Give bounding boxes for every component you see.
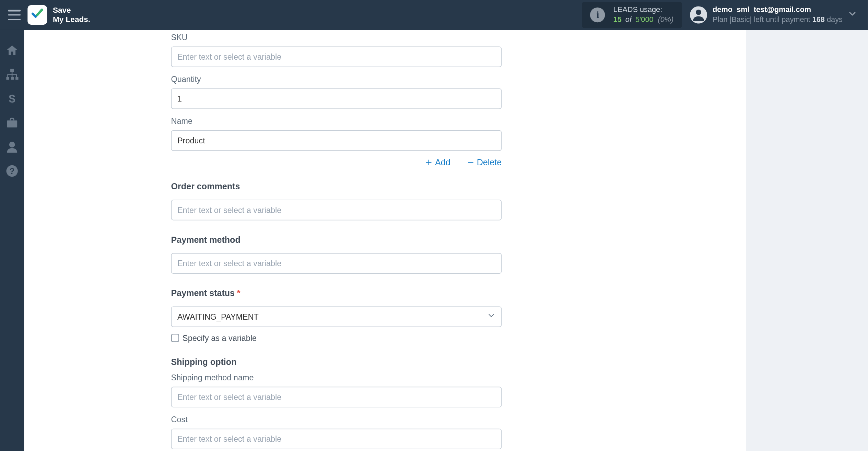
svg-rect-3: [11, 77, 14, 80]
checkbox-icon[interactable]: [171, 334, 179, 342]
payment-status-label: Payment status*: [171, 288, 502, 298]
specify-as-variable-label: Specify as a variable: [183, 333, 257, 343]
svg-rect-2: [6, 77, 9, 80]
name-label: Name: [171, 117, 502, 126]
shipping-method-name-input[interactable]: [171, 387, 502, 407]
user-icon[interactable]: [5, 140, 19, 154]
quantity-label: Quantity: [171, 74, 502, 84]
brand-name: Save My Leads.: [53, 5, 90, 24]
leads-usage-box[interactable]: i LEADS usage: 15 of 5'000 (0%): [582, 2, 682, 28]
payment-method-label: Payment method: [171, 235, 502, 244]
svg-text:$: $: [9, 92, 15, 105]
svg-rect-4: [15, 77, 18, 80]
briefcase-icon[interactable]: [5, 116, 19, 130]
dollar-icon[interactable]: $: [5, 92, 19, 106]
brand-logo[interactable]: [27, 5, 47, 25]
sku-input[interactable]: [171, 47, 502, 67]
sitemap-icon[interactable]: [5, 68, 19, 81]
home-icon[interactable]: [5, 44, 19, 57]
cost-label: Cost: [171, 415, 502, 424]
menu-icon[interactable]: [8, 10, 21, 20]
shipping-option-label: Shipping option: [171, 357, 502, 367]
leads-usage-label: LEADS usage:: [613, 5, 674, 15]
form-panel: SKU Quantity Name Add Delete Orde: [24, 30, 746, 451]
svg-rect-6: [7, 120, 17, 127]
avatar: [690, 6, 707, 23]
checkmark-icon: [31, 7, 44, 23]
sidebar: $ ?: [0, 30, 24, 451]
svg-text:?: ?: [10, 167, 14, 176]
order-comments-label: Order comments: [171, 181, 502, 191]
cost-input[interactable]: [171, 429, 502, 449]
user-menu[interactable]: demo_sml_test@gmail.com Plan |Basic| lef…: [690, 5, 843, 25]
sku-label: SKU: [171, 33, 502, 42]
specify-as-variable-row[interactable]: Specify as a variable: [171, 333, 502, 343]
payment-method-input[interactable]: [171, 253, 502, 274]
order-comments-input[interactable]: [171, 200, 502, 220]
shipping-method-name-label: Shipping method name: [171, 373, 502, 382]
chevron-down-icon[interactable]: [843, 9, 862, 21]
svg-rect-1: [10, 69, 14, 72]
info-icon: i: [590, 8, 605, 22]
name-input[interactable]: [171, 130, 502, 151]
quantity-input[interactable]: [171, 88, 502, 109]
svg-point-0: [695, 10, 701, 15]
add-button[interactable]: Add: [425, 157, 450, 167]
svg-point-7: [9, 142, 15, 147]
delete-button[interactable]: Delete: [467, 157, 502, 167]
user-plan-line: Plan |Basic| left until payment 168 days: [713, 15, 843, 24]
help-icon[interactable]: ?: [5, 164, 19, 178]
user-email: demo_sml_test@gmail.com: [713, 5, 843, 15]
leads-usage-value: 15 of 5'000 (0%): [613, 15, 674, 24]
app-header: Save My Leads. i LEADS usage: 15 of 5'00…: [0, 0, 868, 30]
payment-status-select[interactable]: AWAITING_PAYMENT: [171, 306, 502, 327]
page-body: SKU Quantity Name Add Delete Orde: [24, 30, 868, 451]
